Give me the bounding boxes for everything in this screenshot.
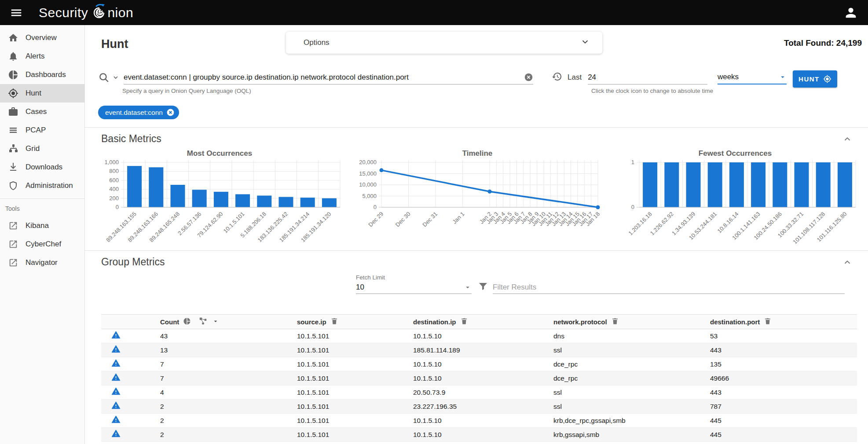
alert-triangle-icon[interactable]: [111, 361, 121, 369]
query-input[interactable]: [124, 73, 524, 82]
trash-icon[interactable]: [764, 317, 772, 327]
table-cell[interactable]: 787: [700, 400, 857, 414]
table-cell[interactable]: dce_rpc: [543, 371, 700, 385]
row-alert-cell[interactable]: [101, 343, 150, 357]
row-alert-cell[interactable]: [101, 428, 150, 442]
pie-chart-icon[interactable]: [183, 317, 191, 327]
user-account-icon[interactable]: [843, 5, 858, 20]
relative-time-icon[interactable]: [552, 71, 562, 84]
sidebar-item-downloads[interactable]: Downloads: [0, 158, 84, 176]
time-value-input[interactable]: [588, 73, 707, 82]
table-cell[interactable]: 2: [150, 400, 286, 414]
row-alert-cell[interactable]: [101, 357, 150, 371]
table-cell[interactable]: 135: [700, 357, 857, 371]
table-cell[interactable]: 23.227.196.35: [403, 400, 543, 414]
row-alert-cell[interactable]: [101, 385, 150, 400]
alert-triangle-icon[interactable]: [111, 375, 121, 383]
table-cell[interactable]: ssl: [543, 400, 700, 414]
row-alert-cell[interactable]: [101, 329, 150, 343]
table-row[interactable]: 210.1.5.10110.1.5.10krb,dce_rpc,gssapi,s…: [101, 414, 857, 428]
table-row[interactable]: 4310.1.5.10110.1.5.10dns53: [101, 329, 857, 343]
table-cell[interactable]: 7: [150, 357, 286, 371]
table-cell[interactable]: ssl: [543, 343, 700, 357]
fetch-limit-select[interactable]: 10: [356, 281, 472, 294]
sidebar-item-cases[interactable]: Cases: [0, 103, 84, 121]
table-cell[interactable]: 10.1.5.101: [286, 357, 403, 371]
table-row[interactable]: 1310.1.5.101185.81.114.189ssl443: [101, 343, 857, 357]
table-cell[interactable]: 445: [700, 414, 857, 428]
table-cell[interactable]: 10.1.5.10: [403, 357, 543, 371]
row-alert-cell[interactable]: [101, 371, 150, 385]
graph-group-icon[interactable]: [198, 317, 208, 327]
sidebar-item-dashboards[interactable]: Dashboards: [0, 66, 84, 84]
table-cell[interactable]: ssl: [543, 385, 700, 400]
table-row[interactable]: 210.1.5.10110.1.5.10krb,gssapi,smb445: [101, 428, 857, 442]
collapse-basic-metrics-icon[interactable]: [842, 134, 852, 144]
sidebar-item-grid[interactable]: Grid: [0, 139, 84, 158]
column-header-count[interactable]: Count: [160, 318, 179, 326]
table-cell[interactable]: 443: [700, 343, 857, 357]
table-cell[interactable]: 10.1.5.10: [403, 414, 543, 428]
table-cell[interactable]: 185.81.114.189: [403, 343, 543, 357]
table-cell[interactable]: 13: [150, 343, 286, 357]
table-cell[interactable]: 10.1.5.10: [403, 371, 543, 385]
table-row[interactable]: 710.1.5.10110.1.5.10dce_rpc135: [101, 357, 857, 371]
sidebar-item-kibana[interactable]: Kibana: [0, 216, 84, 235]
trash-icon[interactable]: [460, 317, 468, 327]
table-cell[interactable]: dce_rpc: [543, 357, 700, 371]
table-cell[interactable]: 43: [150, 329, 286, 343]
sidebar-item-alerts[interactable]: Alerts: [0, 47, 84, 66]
table-cell[interactable]: 10.1.5.10: [403, 329, 543, 343]
caret-down-icon[interactable]: [212, 318, 219, 326]
table-cell[interactable]: 10.1.5.10: [403, 428, 543, 442]
sidebar-item-cyberchef[interactable]: CyberChef: [0, 235, 84, 253]
sidebar-item-pcap[interactable]: PCAP: [0, 121, 84, 139]
sidebar-item-hunt[interactable]: Hunt: [0, 84, 84, 103]
remove-filter-icon[interactable]: [166, 108, 175, 117]
table-cell[interactable]: 10.1.5.101: [286, 428, 403, 442]
row-alert-cell[interactable]: [101, 414, 150, 428]
table-cell[interactable]: 2: [150, 428, 286, 442]
collapse-group-metrics-icon[interactable]: [842, 257, 852, 267]
options-panel-toggle[interactable]: Options: [286, 32, 602, 54]
sidebar-item-administration[interactable]: Administration: [0, 176, 84, 195]
table-cell[interactable]: 53: [700, 329, 857, 343]
time-unit-select[interactable]: weeks: [718, 70, 787, 84]
filter-results-input[interactable]: [493, 283, 845, 292]
query-history-caret-icon[interactable]: [112, 74, 119, 81]
alert-triangle-icon[interactable]: [111, 404, 121, 411]
alert-triangle-icon[interactable]: [111, 333, 121, 341]
sidebar-item-navigator[interactable]: Navigator: [0, 253, 84, 272]
table-cell[interactable]: dns: [543, 329, 700, 343]
table-cell[interactable]: 49666: [700, 371, 857, 385]
table-cell[interactable]: 10.1.5.101: [286, 343, 403, 357]
table-cell[interactable]: 2: [150, 414, 286, 428]
column-header-source-ip[interactable]: source.ip: [297, 318, 326, 326]
alert-triangle-icon[interactable]: [111, 347, 121, 355]
row-alert-cell[interactable]: [101, 400, 150, 414]
table-cell[interactable]: 4: [150, 385, 286, 400]
trash-icon[interactable]: [330, 317, 338, 327]
table-row[interactable]: 410.1.5.10120.50.73.9ssl443: [101, 385, 857, 400]
search-icon[interactable]: [98, 72, 110, 83]
clear-query-icon[interactable]: [524, 73, 533, 82]
trash-icon[interactable]: [611, 317, 619, 327]
alert-triangle-icon[interactable]: [111, 418, 121, 425]
menu-icon[interactable]: [10, 6, 23, 19]
table-cell[interactable]: 10.1.5.101: [286, 385, 403, 400]
sidebar-item-overview[interactable]: Overview: [0, 29, 84, 47]
hunt-button[interactable]: HUNT: [793, 70, 837, 88]
table-row[interactable]: 710.1.5.10110.1.5.10dce_rpc49666: [101, 371, 857, 385]
table-row[interactable]: 210.1.5.10123.227.196.35ssl787: [101, 400, 857, 414]
table-cell[interactable]: krb,dce_rpc,gssapi,smb: [543, 414, 700, 428]
table-cell[interactable]: krb,gssapi,smb: [543, 428, 700, 442]
filter-chip[interactable]: event.dataset:conn: [98, 106, 179, 119]
table-cell[interactable]: 443: [700, 385, 857, 400]
table-cell[interactable]: 7: [150, 371, 286, 385]
column-header-network-protocol[interactable]: network.protocol: [553, 318, 607, 326]
table-cell[interactable]: 10.1.5.101: [286, 414, 403, 428]
column-header-destination-port[interactable]: destination.port: [710, 318, 760, 326]
table-cell[interactable]: 10.1.5.101: [286, 400, 403, 414]
table-cell[interactable]: 20.50.73.9: [403, 385, 543, 400]
alert-triangle-icon[interactable]: [111, 389, 121, 397]
